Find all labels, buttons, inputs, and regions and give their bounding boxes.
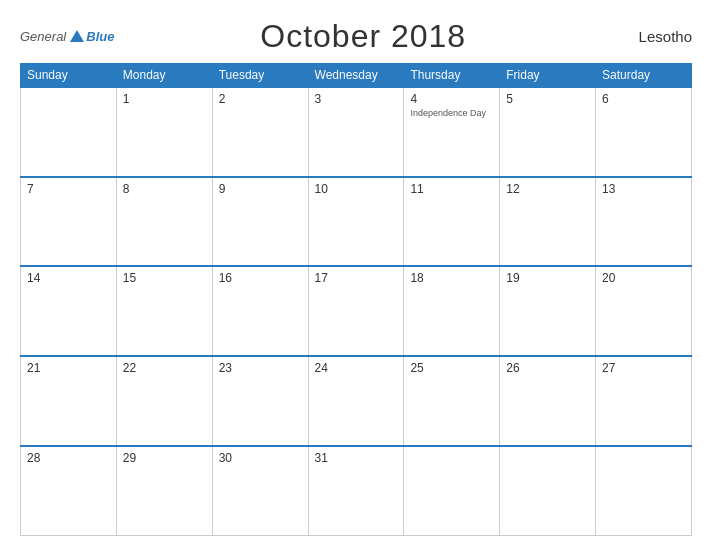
day-number: 26	[506, 361, 589, 375]
day-header-saturday: Saturday	[596, 64, 692, 88]
country-label: Lesotho	[612, 28, 692, 45]
day-number: 20	[602, 271, 685, 285]
day-cell: 2	[212, 87, 308, 177]
day-cell: 9	[212, 177, 308, 267]
day-cell: 13	[596, 177, 692, 267]
day-number: 13	[602, 182, 685, 196]
day-number: 10	[315, 182, 398, 196]
days-header-row: SundayMondayTuesdayWednesdayThursdayFrid…	[21, 64, 692, 88]
day-header-tuesday: Tuesday	[212, 64, 308, 88]
week-row-2: 78910111213	[21, 177, 692, 267]
day-cell: 28	[21, 446, 117, 536]
day-cell: 20	[596, 266, 692, 356]
day-number: 4	[410, 92, 493, 106]
week-row-1: 1234Independence Day56	[21, 87, 692, 177]
day-cell: 27	[596, 356, 692, 446]
holiday-label: Independence Day	[410, 108, 493, 118]
day-number: 15	[123, 271, 206, 285]
day-number: 27	[602, 361, 685, 375]
day-header-friday: Friday	[500, 64, 596, 88]
day-cell: 7	[21, 177, 117, 267]
day-number: 23	[219, 361, 302, 375]
day-cell: 6	[596, 87, 692, 177]
day-number: 1	[123, 92, 206, 106]
day-cell: 4Independence Day	[404, 87, 500, 177]
day-cell: 29	[116, 446, 212, 536]
day-number: 22	[123, 361, 206, 375]
week-row-5: 28293031	[21, 446, 692, 536]
day-number: 7	[27, 182, 110, 196]
day-cell	[404, 446, 500, 536]
day-number: 21	[27, 361, 110, 375]
day-cell: 15	[116, 266, 212, 356]
day-cell: 22	[116, 356, 212, 446]
day-number: 9	[219, 182, 302, 196]
day-number: 5	[506, 92, 589, 106]
day-number: 24	[315, 361, 398, 375]
day-cell: 30	[212, 446, 308, 536]
day-number: 12	[506, 182, 589, 196]
day-header-wednesday: Wednesday	[308, 64, 404, 88]
day-cell: 11	[404, 177, 500, 267]
day-number: 16	[219, 271, 302, 285]
day-cell: 16	[212, 266, 308, 356]
day-cell: 21	[21, 356, 117, 446]
day-number: 6	[602, 92, 685, 106]
day-number: 25	[410, 361, 493, 375]
day-cell: 23	[212, 356, 308, 446]
day-number: 17	[315, 271, 398, 285]
day-cell: 31	[308, 446, 404, 536]
day-cell	[500, 446, 596, 536]
day-number: 19	[506, 271, 589, 285]
day-cell: 25	[404, 356, 500, 446]
month-title: October 2018	[114, 18, 612, 55]
logo-general: General	[20, 29, 66, 44]
day-cell: 5	[500, 87, 596, 177]
calendar-table: SundayMondayTuesdayWednesdayThursdayFrid…	[20, 63, 692, 536]
day-cell: 14	[21, 266, 117, 356]
day-cell	[596, 446, 692, 536]
day-header-sunday: Sunday	[21, 64, 117, 88]
week-row-3: 14151617181920	[21, 266, 692, 356]
day-number: 2	[219, 92, 302, 106]
day-number: 3	[315, 92, 398, 106]
day-cell: 1	[116, 87, 212, 177]
day-header-monday: Monday	[116, 64, 212, 88]
day-number: 8	[123, 182, 206, 196]
day-cell: 24	[308, 356, 404, 446]
day-number: 29	[123, 451, 206, 465]
logo-triangle-icon	[70, 30, 84, 42]
day-number: 28	[27, 451, 110, 465]
day-cell: 18	[404, 266, 500, 356]
day-cell: 26	[500, 356, 596, 446]
logo: General Blue	[20, 29, 114, 44]
day-cell: 3	[308, 87, 404, 177]
day-number: 11	[410, 182, 493, 196]
day-cell: 8	[116, 177, 212, 267]
week-row-4: 21222324252627	[21, 356, 692, 446]
day-header-thursday: Thursday	[404, 64, 500, 88]
day-cell: 10	[308, 177, 404, 267]
day-number: 14	[27, 271, 110, 285]
day-number: 30	[219, 451, 302, 465]
calendar-page: General Blue October 2018 Lesotho Sunday…	[0, 0, 712, 550]
calendar-body: 1234Independence Day56789101112131415161…	[21, 87, 692, 536]
day-number: 31	[315, 451, 398, 465]
day-cell: 17	[308, 266, 404, 356]
day-cell	[21, 87, 117, 177]
page-header: General Blue October 2018 Lesotho	[20, 18, 692, 55]
logo-blue: Blue	[86, 29, 114, 44]
day-number: 18	[410, 271, 493, 285]
day-cell: 19	[500, 266, 596, 356]
day-cell: 12	[500, 177, 596, 267]
